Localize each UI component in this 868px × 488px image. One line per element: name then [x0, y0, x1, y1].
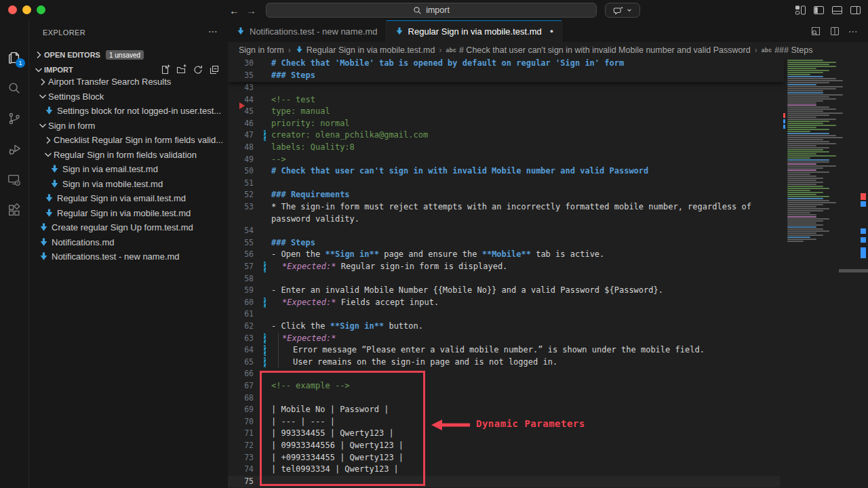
tree-item[interactable]: Checklist Regular Sign in form fields va…: [29, 133, 228, 148]
code-line[interactable]: 52### Requirements: [228, 189, 780, 201]
breadcrumb-item[interactable]: abc### Steps: [762, 45, 813, 55]
tree-item[interactable]: Regular Sign in form fields validation: [29, 148, 228, 163]
activity-item-remote-explorer[interactable]: [7, 172, 22, 187]
zoom-button[interactable]: [37, 5, 45, 14]
code-line[interactable]: 63*Expected:*: [228, 333, 780, 345]
code-line[interactable]: 62- Click the **Sign in** button.: [228, 321, 780, 333]
more-actions-icon[interactable]: ⋯: [208, 26, 218, 37]
close-button[interactable]: [8, 5, 17, 14]
tree-item-label: Regular Sign in form fields validation: [54, 150, 197, 160]
tree-item-label: Notifications.md: [52, 237, 114, 247]
line-number: 72: [233, 440, 254, 452]
command-center-search[interactable]: import: [266, 3, 597, 18]
activity-bar: 1: [0, 20, 29, 488]
scrollbar-slider[interactable]: [839, 269, 868, 272]
copilot-button[interactable]: [605, 3, 640, 18]
code-line[interactable]: 54: [228, 225, 780, 237]
customize-layout-button[interactable]: [795, 5, 806, 16]
overview-ruler-decoration: [861, 201, 866, 207]
chevron-down-icon: [43, 149, 54, 160]
open-editors-section[interactable]: OPEN EDITORS 1 unsaved: [29, 47, 228, 62]
tree-item[interactable]: Notifications.test - new name.md: [29, 249, 228, 264]
tree-item[interactable]: Airport Transfer Search Results: [29, 75, 228, 89]
collapse-all-button[interactable]: [209, 64, 220, 75]
code-line[interactable]: 51: [228, 178, 780, 190]
test-file-icon: [44, 208, 54, 218]
code-line[interactable]: 58: [228, 273, 780, 285]
code-line[interactable]: 46priority: normal: [228, 118, 780, 130]
code-line[interactable]: 65User remains on the sign-in page and i…: [228, 357, 780, 369]
file-tree: Airport Transfer Search ResultsSettings …: [29, 75, 228, 264]
back-button[interactable]: ←: [229, 0, 239, 20]
breadcrumb-item[interactable]: abc# Check that user can't sign in with …: [446, 45, 750, 55]
line-number: 59: [233, 285, 254, 297]
symbol-text-icon: abc: [762, 47, 772, 54]
minimap[interactable]: [785, 58, 855, 261]
modified-gutter-indicator: [264, 333, 266, 344]
tree-item[interactable]: Regular Sign in via email.test.md: [29, 191, 228, 206]
minimize-button[interactable]: [22, 5, 31, 14]
code-line[interactable]: 57*Expected:* Regular sign-in form is di…: [228, 261, 780, 273]
editor-tab[interactable]: Notifications.test - new name.md: [228, 20, 387, 42]
code-line[interactable]: 59- Enter an invalid Mobile Number {{Mob…: [228, 285, 780, 297]
toggle-panel-button[interactable]: [831, 5, 843, 16]
test-file-icon: [50, 164, 60, 174]
line-number: 52: [233, 189, 254, 201]
tree-item[interactable]: Settings block for not logged-in user.te…: [29, 104, 228, 119]
tree-item[interactable]: Regular Sign in via mobile.test.md: [29, 206, 228, 221]
code-line[interactable]: 43: [228, 82, 780, 94]
activity-item-source-control[interactable]: [7, 111, 22, 126]
toggle-primary-sidebar-button[interactable]: [813, 5, 825, 16]
search-value: import: [426, 5, 450, 15]
code-line[interactable]: 55### Steps: [228, 237, 780, 249]
tree-item-label: Sign in via mobile.test.md: [62, 179, 163, 189]
refresh-button[interactable]: [193, 64, 203, 75]
code-line[interactable]: 60*Expected:* Fields accept input.: [228, 297, 780, 309]
sticky-scroll: 30# Check that 'Mobile' tab is opened by…: [228, 58, 784, 82]
code-line[interactable]: 64Error message “Please enter a valid mo…: [228, 344, 780, 357]
editor[interactable]: 4344<!-- test45type: manual46priority: n…: [228, 58, 868, 488]
forward-button[interactable]: →: [246, 0, 256, 20]
more-actions-button[interactable]: ⋯: [848, 26, 859, 37]
code-line[interactable]: 48labels: Quality:8: [228, 142, 780, 154]
toggle-secondary-sidebar-button[interactable]: [850, 5, 861, 16]
new-folder-button[interactable]: [176, 64, 187, 75]
modified-gutter-indicator: [264, 130, 266, 141]
new-file-button[interactable]: [160, 64, 171, 75]
code-line[interactable]: 50# Check that user can't sign in with i…: [228, 165, 780, 178]
activity-item-extensions[interactable]: [7, 203, 22, 218]
code-line[interactable]: 61: [228, 308, 780, 321]
split-editor-button[interactable]: [829, 26, 840, 37]
breadcrumb-item[interactable]: Sign in form: [239, 45, 284, 55]
code-line[interactable]: 45type: manual: [228, 106, 780, 118]
tree-item[interactable]: Sign in form: [29, 119, 228, 134]
line-number: 65: [233, 357, 254, 369]
code-line[interactable]: 49-->: [228, 154, 780, 166]
tree-item[interactable]: Settings Block: [29, 89, 228, 104]
tree-item[interactable]: Sign in via mobile.test.md: [29, 177, 228, 192]
code-line[interactable]: 44<!-- test: [228, 94, 780, 106]
tree-item[interactable]: Sign in via email.test.md: [29, 162, 228, 177]
code-line[interactable]: 35### Steps: [228, 70, 784, 82]
activity-item-explorer[interactable]: 1: [7, 50, 22, 65]
test-file-icon: [295, 45, 304, 54]
overview-ruler-decoration: [861, 228, 866, 234]
code-line[interactable]: 30# Check that 'Mobile' tab is opened by…: [228, 58, 784, 70]
activity-item-run-debug[interactable]: [7, 142, 22, 157]
code-line[interactable]: 53* The sign-in form must reject attempt…: [228, 201, 780, 214]
breadcrumb-item[interactable]: Regular Sign in via mobile.test.md: [295, 45, 435, 55]
tree-item[interactable]: Create regular Sign Up form.test.md: [29, 220, 228, 235]
code-line[interactable]: password validity.: [228, 214, 780, 226]
overview-ruler[interactable]: [859, 58, 868, 488]
code-line[interactable]: 56- Open the **Sign in** page and ensure…: [228, 249, 780, 261]
breadcrumb-label: Sign in form: [239, 45, 284, 55]
editor-tab[interactable]: Regular Sign in via mobile.test.md●: [387, 20, 563, 42]
modified-dot-icon[interactable]: ●: [550, 28, 553, 35]
activity-item-search[interactable]: [7, 81, 22, 96]
tab-strip: Notifications.test - new name.mdRegular …: [228, 20, 562, 42]
code-line[interactable]: 47creator: olena_pchilka@gmail.com: [228, 129, 780, 142]
tree-item[interactable]: Notifications.md: [29, 235, 228, 250]
line-number: 63: [233, 333, 254, 345]
line-number: 74: [233, 464, 254, 476]
open-preview-button[interactable]: [810, 26, 821, 37]
